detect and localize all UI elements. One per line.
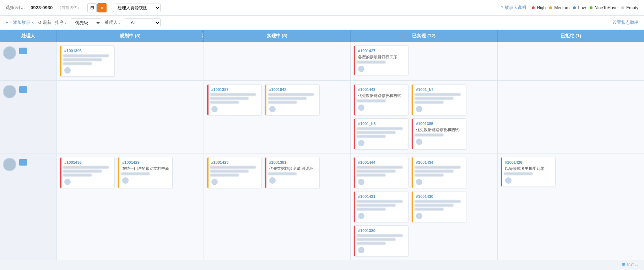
blur-line	[357, 174, 386, 177]
card-meta	[357, 104, 405, 111]
story-card[interactable]: #1001444	[353, 157, 408, 188]
blur-line	[63, 54, 109, 57]
sort-label: 排序：	[55, 20, 68, 26]
card-meta	[415, 213, 463, 219]
board-row: #1001436#1001429在统一门户的帮助文档中新#1001423#100…	[0, 153, 644, 260]
story-card[interactable]: #1001423	[207, 157, 262, 188]
cell-col-implemented: #1001427各型的接项目订行工序	[351, 42, 498, 80]
story-card[interactable]: #1001443优先数据链路修改和测试-	[353, 84, 408, 115]
card-avatar	[416, 179, 422, 185]
story-card[interactable]: #1001430	[411, 191, 466, 222]
blur-line	[415, 170, 454, 173]
avatar	[3, 46, 16, 60]
assignee-tag	[19, 48, 27, 54]
card-id: #1001426	[504, 160, 552, 164]
sort-select[interactable]: 优先级	[71, 18, 101, 27]
board-row: #1001387#1001042#1001443优先数据链路修改和测试-#100…	[0, 81, 644, 153]
story-card[interactable]: #1001387	[207, 84, 262, 115]
handler-select[interactable]: -All- Person A Person B Person C	[125, 18, 161, 27]
blur-line	[268, 93, 314, 96]
top-bar: 选择迭代： 0923-0930 （当前迭代） ⊞ ≡ 处理人资源视图 ? 故事卡…	[0, 0, 644, 16]
blur-line	[357, 234, 403, 237]
cell-col-implemented: #1001444#1001434#1001431#1001430#1001380	[351, 153, 498, 260]
card-id: #1001380	[357, 228, 405, 233]
card-priority-bar	[354, 226, 355, 256]
avatar-inner	[4, 86, 16, 98]
status-order-button[interactable]: 设置状态顺序	[613, 20, 638, 26]
legend-help-label: 故事卡说明	[505, 5, 526, 11]
cell-col-rejected: #1001426以等项或者主机受到罪	[498, 153, 644, 260]
story-card[interactable]: #1001429在统一门户的帮助文档中新	[118, 157, 173, 188]
view-grid-button[interactable]: ⊞	[87, 3, 97, 12]
blur-line	[63, 166, 109, 169]
refresh-button[interactable]: ↺ 刷新	[38, 20, 52, 26]
story-card[interactable]: #1001_b3	[353, 118, 408, 150]
view-select[interactable]: 处理人资源视图	[113, 4, 161, 12]
card-id: #1001436	[63, 160, 112, 164]
story-card[interactable]: #1001_b2	[411, 84, 466, 115]
board-scroll[interactable]: 处理人 规划中 (8) ⋮ 实现中 (8) 已实现 (12) 已拒绝 (1) #…	[0, 30, 644, 260]
col-divider-planning[interactable]: ⋮	[202, 30, 204, 42]
view-list-button[interactable]: ≡	[97, 3, 107, 12]
story-card[interactable]: #1001381优先数据同步测试-联调环	[265, 157, 320, 188]
cell-col-planning: #1001436#1001429在统一门户的帮助文档中新	[57, 153, 204, 260]
card-id: #1001444	[357, 160, 405, 164]
blur-line	[210, 174, 239, 177]
cell-assignee	[0, 42, 57, 80]
blur-line	[415, 97, 454, 100]
story-card[interactable]: #1001427各型的接项目订行工序	[353, 45, 408, 75]
board-row: #1001396#1001427各型的接项目订行工序	[0, 42, 644, 81]
card-meta	[357, 179, 405, 185]
card-id: #1001_b3	[357, 122, 405, 126]
card-id: #1001385	[415, 122, 463, 126]
board-body: #1001396#1001427各型的接项目订行工序#1001387#10010…	[0, 42, 644, 260]
blur-line	[415, 208, 444, 211]
blur-line	[268, 97, 307, 100]
card-avatar	[358, 247, 364, 253]
card-priority-bar	[265, 85, 266, 115]
card-avatar	[211, 106, 218, 112]
blur-line	[357, 61, 386, 64]
card-avatar	[505, 177, 512, 184]
view-select-wrap: 处理人资源视图	[113, 4, 161, 12]
card-priority-bar	[354, 191, 355, 222]
card-meta	[415, 179, 463, 185]
story-card[interactable]: #1001396	[60, 45, 115, 77]
blur-line	[415, 101, 444, 104]
card-id: #1001431	[357, 194, 405, 199]
legend-high: High	[532, 5, 546, 10]
story-card[interactable]: #1001426以等项或者主机受到罪	[500, 157, 556, 187]
story-card[interactable]: #1001431	[353, 191, 408, 222]
blur-line	[121, 172, 150, 175]
card-title: 各型的接项目订行工序	[357, 54, 405, 60]
blur-line	[357, 242, 386, 245]
story-card[interactable]: #1001434	[411, 157, 466, 188]
blur-line	[268, 101, 297, 104]
handler-filter: 处理人： -All- Person A Person B Person C	[105, 18, 161, 27]
story-card[interactable]: #1001380	[353, 225, 408, 256]
add-story-button[interactable]: + + 添加故事卡	[6, 20, 34, 26]
card-avatar	[358, 66, 364, 72]
card-title: 优先数据同步测试-联调环	[268, 166, 316, 171]
card-meta	[504, 177, 552, 184]
card-priority-bar	[412, 157, 413, 188]
card-meta	[210, 106, 259, 112]
card-id: #1001430	[415, 194, 463, 199]
card-id: #1001423	[210, 160, 259, 164]
col-header-assignee: 处理人	[0, 30, 57, 42]
legend-help[interactable]: ? 故事卡说明	[501, 5, 526, 11]
blur-line	[63, 170, 102, 173]
card-id: #1001_b2	[415, 87, 463, 92]
card-meta	[415, 139, 463, 145]
card-id: #1001387	[210, 87, 259, 92]
assignee-tag	[19, 159, 27, 166]
story-card[interactable]: #1001385优先数据链路修改和测试-	[411, 118, 466, 150]
story-card[interactable]: #1001436	[60, 157, 115, 188]
card-priority-bar	[412, 191, 413, 222]
legend-medium: Medium	[549, 5, 569, 10]
low-dot	[573, 6, 576, 9]
legend-low: Low	[573, 5, 586, 10]
legend-items: High Medium Low NiceToHave Empty	[532, 5, 638, 10]
card-id: #1001434	[415, 160, 463, 164]
story-card[interactable]: #1001042	[265, 84, 320, 115]
